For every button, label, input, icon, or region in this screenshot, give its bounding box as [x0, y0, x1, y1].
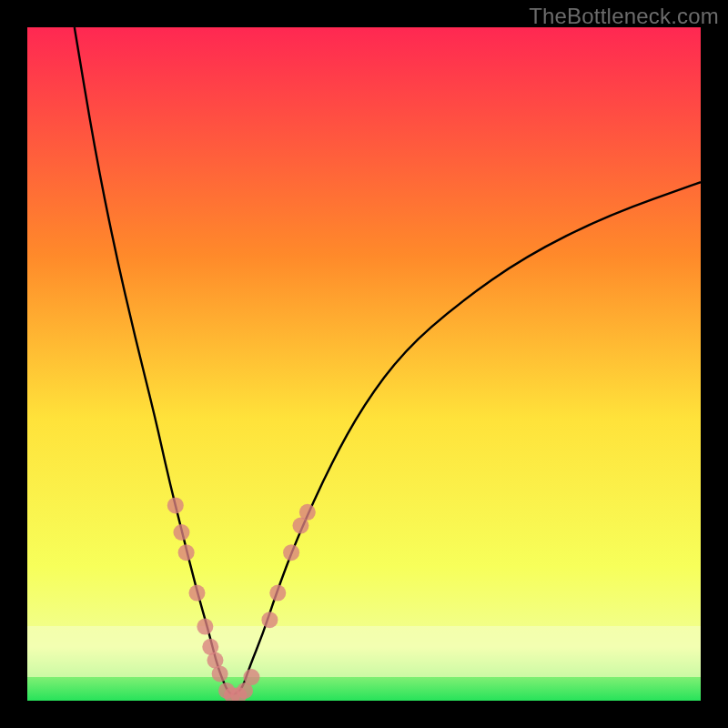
- pale-band: [27, 626, 701, 677]
- data-marker: [269, 585, 286, 602]
- plot-background: [27, 27, 701, 701]
- data-marker: [212, 665, 228, 682]
- chart-frame: TheBottleneck.com: [0, 0, 728, 728]
- data-marker: [197, 619, 213, 635]
- data-marker: [167, 497, 184, 513]
- data-marker: [173, 524, 189, 541]
- data-marker: [178, 544, 195, 561]
- data-marker: [299, 504, 316, 521]
- bottleneck-chart: [0, 0, 728, 728]
- data-marker: [283, 544, 299, 561]
- data-marker: [261, 612, 278, 628]
- data-marker: [188, 585, 205, 602]
- watermark-label: TheBottleneck.com: [529, 4, 719, 29]
- data-marker: [243, 669, 259, 685]
